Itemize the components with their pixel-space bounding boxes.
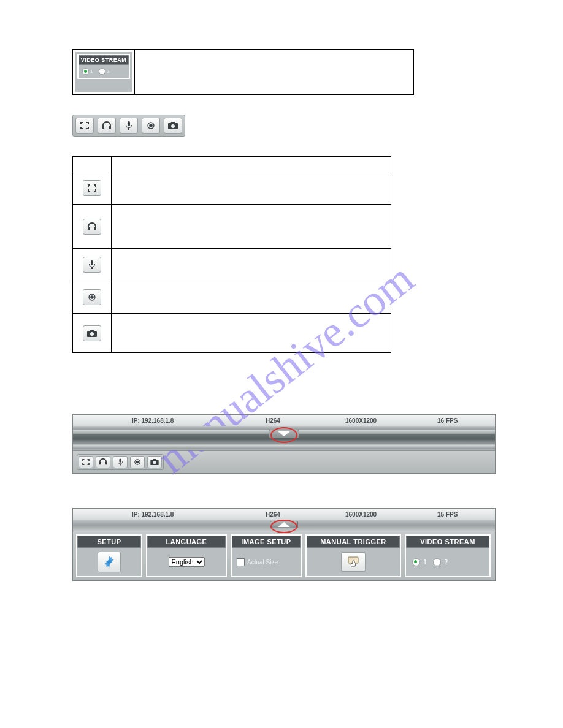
actual-size-label: Actual Size	[247, 559, 278, 566]
codec-readout: H264	[266, 417, 345, 424]
microphone-icon	[118, 458, 123, 466]
headphones-icon	[102, 121, 112, 130]
annotation-circle	[270, 427, 297, 443]
hand-cursor-icon	[347, 556, 359, 568]
control-toolbar	[72, 115, 185, 137]
image-setup-panel: IMAGE SETUP Actual Size	[231, 534, 302, 577]
snapshot-button[interactable]	[147, 456, 162, 468]
fullscreen-button[interactable]	[79, 456, 93, 468]
video-stream-definition-table: VIDEO STREAM 1 2	[72, 49, 414, 95]
svg-point-5	[136, 461, 139, 464]
codec-readout: H264	[266, 511, 345, 518]
headphones-icon	[99, 458, 107, 466]
status-bar-collapsed: IP: 192.168.1.8 H264 1600X1200 16 FPS	[72, 414, 496, 474]
fullscreen-icon	[80, 122, 89, 129]
status-bar-expanded: IP: 192.168.1.8 H264 1600X1200 15 FPS SE…	[72, 508, 496, 581]
stream-radio-2[interactable]	[433, 558, 441, 566]
snapshot-button[interactable]	[164, 118, 182, 134]
record-button[interactable]	[142, 118, 160, 134]
record-button[interactable]	[83, 289, 101, 305]
mic-button[interactable]	[83, 257, 101, 273]
fullscreen-icon	[82, 459, 90, 465]
snapshot-button[interactable]	[83, 325, 101, 341]
record-icon	[134, 459, 140, 465]
svg-point-3	[90, 295, 94, 299]
video-stream-panel: VIDEO STREAM 1 2	[405, 534, 491, 577]
fullscreen-icon	[88, 184, 96, 192]
microphone-icon	[126, 121, 132, 130]
resolution-readout: 1600X1200	[345, 417, 437, 424]
gear-icon	[103, 556, 115, 568]
stream-radio-2[interactable]	[99, 68, 105, 75]
fps-readout: 15 FPS	[437, 511, 458, 518]
mic-button[interactable]	[120, 118, 138, 134]
audio-out-button[interactable]	[83, 219, 101, 235]
camera-icon	[150, 459, 159, 465]
record-button[interactable]	[130, 456, 145, 468]
annotation-circle	[270, 520, 297, 533]
toolbar-description-table	[72, 156, 391, 353]
record-icon	[147, 122, 155, 129]
fullscreen-button[interactable]	[83, 180, 101, 196]
setup-button[interactable]	[98, 552, 121, 572]
camera-icon	[168, 122, 178, 129]
mic-button[interactable]	[113, 456, 128, 468]
svg-point-1	[149, 124, 153, 127]
manual-trigger-panel: MANUAL TRIGGER	[305, 534, 401, 577]
headphones-icon	[87, 222, 97, 231]
language-select[interactable]: English	[169, 557, 205, 567]
trigger-button[interactable]	[341, 552, 366, 572]
resolution-readout: 1600X1200	[345, 511, 437, 518]
fullscreen-button[interactable]	[75, 118, 94, 134]
stream-radio-1[interactable]	[412, 558, 420, 566]
microphone-icon	[89, 260, 95, 269]
stream-radio-1[interactable]	[82, 68, 89, 75]
camera-icon	[87, 330, 97, 337]
setup-panel: SETUP	[76, 534, 142, 577]
ip-readout: IP: 192.168.1.8	[132, 417, 266, 424]
language-panel: LANGUAGE English	[146, 534, 227, 577]
panel-title: VIDEO STREAM	[79, 55, 129, 65]
audio-out-button[interactable]	[98, 118, 116, 134]
video-stream-panel: VIDEO STREAM 1 2	[75, 52, 132, 92]
actual-size-checkbox[interactable]	[237, 558, 245, 566]
record-icon	[88, 294, 96, 301]
audio-out-button[interactable]	[96, 456, 110, 468]
fps-readout: 16 FPS	[437, 417, 458, 424]
ip-readout: IP: 192.168.1.8	[132, 511, 266, 518]
